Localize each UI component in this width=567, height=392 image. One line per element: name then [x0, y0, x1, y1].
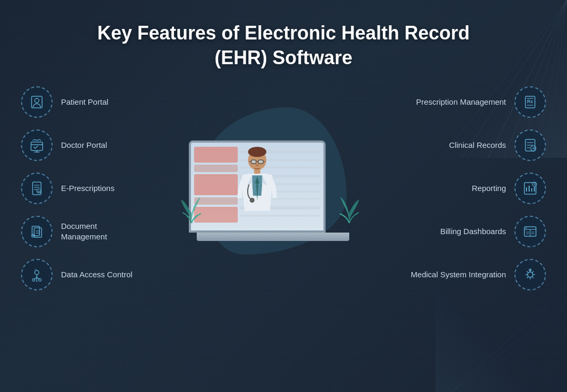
medical-system-integration-icon: [514, 259, 546, 290]
reporting-icon: [514, 173, 546, 204]
doctor-portal-label: Doctor Portal: [61, 140, 107, 150]
plant-right-decoration: [336, 184, 362, 230]
clinical-records-label: Clinical Records: [449, 140, 506, 150]
billing-dashboards-label: Billing Dashboards: [440, 226, 506, 237]
svg-rect-40: [258, 160, 264, 164]
svg-point-44: [256, 164, 259, 166]
prescription-management-icon: Rx: [514, 86, 546, 118]
main-content: Patient Portal Doctor Portal: [0, 86, 567, 290]
data-access-control-label: Data Access Control: [61, 269, 133, 280]
plant-left-decoration: [178, 184, 205, 230]
feature-clinical-records: Clinical Records: [449, 129, 546, 161]
feature-medical-system-integration: Medical System Integration: [411, 259, 546, 290]
feature-e-prescriptions: Rx E-Prescriptions: [21, 173, 137, 204]
patient-portal-icon: [21, 86, 53, 118]
feature-reporting: Reporting: [472, 173, 546, 204]
svg-rect-38: [254, 169, 260, 175]
feature-data-access-control: Data Access Control: [21, 259, 137, 290]
laptop-base: [197, 233, 349, 241]
svg-text:$: $: [525, 226, 527, 229]
reporting-label: Reporting: [472, 183, 506, 194]
document-management-icon: [21, 216, 53, 247]
features-right-panel: Rx Prescription Management: [409, 86, 546, 290]
title-line2: (EHR) Software: [215, 47, 352, 68]
feature-patient-portal: Patient Portal: [21, 86, 137, 118]
svg-text:Rx: Rx: [527, 99, 533, 104]
laptop-illustration: [189, 140, 357, 246]
svg-rect-39: [251, 160, 256, 164]
center-illustration: [137, 130, 409, 246]
medical-system-integration-label: Medical System Integration: [411, 269, 506, 280]
feature-doctor-portal: Doctor Portal: [21, 129, 137, 161]
e-prescriptions-label: E-Prescriptions: [61, 183, 115, 194]
svg-point-12: [35, 98, 39, 103]
clinical-records-icon: [514, 129, 546, 161]
data-access-control-icon: [21, 259, 53, 290]
feature-document-management: Document Management: [21, 216, 137, 247]
e-prescriptions-icon: Rx: [21, 173, 53, 204]
billing-dashboards-icon: $: [514, 216, 546, 247]
svg-point-37: [248, 147, 267, 157]
svg-point-30: [35, 270, 39, 275]
svg-line-33: [37, 277, 40, 279]
laptop-screen: [189, 140, 326, 233]
prescription-management-label: Prescription Management: [416, 97, 506, 107]
doctor-portal-icon: [21, 129, 53, 161]
laptop-foot: [189, 241, 357, 246]
svg-text:Rx: Rx: [38, 189, 42, 193]
title-line1: Key Features of Electronic Health Record: [97, 22, 470, 44]
document-management-label: Document Management: [61, 221, 137, 242]
title-section: Key Features of Electronic Health Record…: [0, 0, 567, 81]
features-left-panel: Patient Portal Doctor Portal: [21, 86, 137, 290]
page-title: Key Features of Electronic Health Record…: [0, 21, 567, 71]
svg-point-45: [250, 198, 254, 203]
patient-portal-label: Patient Portal: [61, 97, 108, 107]
feature-prescription-management: Rx Prescription Management: [416, 86, 546, 118]
feature-billing-dashboards: $ Billing Dashboards: [440, 216, 546, 247]
doctor-figure: [226, 145, 289, 228]
svg-line-32: [34, 277, 37, 279]
page-container: Key Features of Electronic Health Record…: [0, 0, 567, 392]
